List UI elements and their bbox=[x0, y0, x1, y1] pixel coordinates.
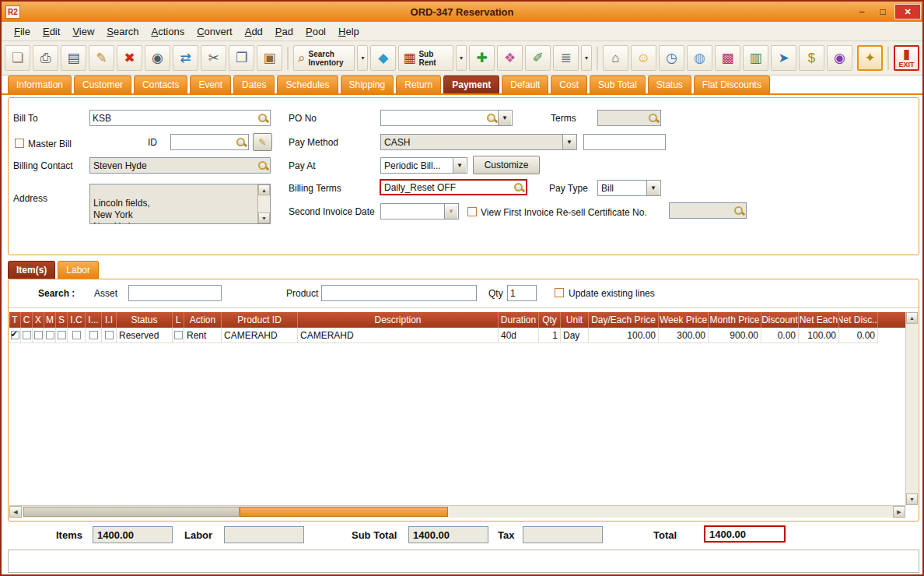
sub-rent-button[interactable]: ▦Sub Rent bbox=[398, 45, 453, 71]
sub-rent-button-dropdown[interactable]: ▾ bbox=[456, 45, 467, 71]
column-header-discount[interactable]: Discount bbox=[761, 312, 799, 328]
column-header-day-each-price[interactable]: Day/Each Price bbox=[589, 312, 659, 328]
items-horizontal-scrollbar[interactable]: ◀ ▶ bbox=[9, 505, 905, 518]
row-checkbox[interactable] bbox=[34, 331, 43, 339]
key-button[interactable]: ➤ bbox=[771, 45, 796, 71]
group-items-button[interactable]: ❖ bbox=[497, 45, 523, 71]
minimize-button[interactable]: – bbox=[852, 5, 871, 19]
billing-terms-search-icon[interactable] bbox=[513, 181, 525, 194]
row-cell-qty[interactable]: 1 bbox=[539, 328, 561, 343]
row-cell-status[interactable]: Reserved bbox=[117, 328, 173, 343]
tab-contacts[interactable]: Contacts bbox=[134, 76, 187, 93]
pay-method-dropdown-arrow[interactable]: ▼ bbox=[562, 135, 576, 149]
items-vertical-scrollbar[interactable]: ▲ ▼ bbox=[905, 312, 918, 505]
menu-pad[interactable]: Pad bbox=[269, 23, 299, 40]
column-header-x[interactable]: X bbox=[33, 312, 44, 328]
row-checkbox[interactable] bbox=[174, 331, 183, 339]
title-bar[interactable]: R2 ORD-347 Reservation – □ ✕ bbox=[2, 2, 922, 22]
search-inventory-button[interactable]: ⌕Search Inventory bbox=[293, 45, 355, 71]
column-header-net-each[interactable]: Net Each bbox=[799, 312, 839, 328]
menu-actions[interactable]: Actions bbox=[145, 23, 191, 40]
po-no-search-icon[interactable] bbox=[485, 112, 498, 125]
row-cell-product-id[interactable]: CAMERAHD bbox=[222, 328, 298, 343]
company-button[interactable]: ⌂ bbox=[603, 45, 628, 71]
customize-button[interactable]: Customize bbox=[473, 156, 540, 174]
tab-sub-total[interactable]: Sub Total bbox=[590, 76, 646, 93]
tab-payment[interactable]: Payment bbox=[443, 76, 499, 93]
print-button[interactable]: ⎙ bbox=[33, 45, 58, 71]
row-checkbox[interactable] bbox=[105, 331, 114, 339]
row-checkbox[interactable] bbox=[46, 331, 54, 339]
cut-button[interactable]: ✂ bbox=[201, 45, 226, 71]
scroll-left-icon[interactable]: ◀ bbox=[9, 506, 22, 518]
row-cell-net-disc[interactable]: 0.00 bbox=[839, 328, 878, 343]
item-tab-item-s[interactable]: Item(s) bbox=[8, 261, 55, 279]
bill-to-search-icon[interactable] bbox=[257, 112, 269, 125]
find-button[interactable]: ◉ bbox=[145, 45, 170, 71]
color-drop-button[interactable]: ◆ bbox=[370, 45, 396, 71]
tools-button[interactable]: ✦ bbox=[857, 45, 883, 71]
column-header-week-price[interactable]: Week Price bbox=[659, 312, 709, 328]
po-no-dropdown-arrow[interactable]: ▼ bbox=[498, 111, 511, 125]
tab-event[interactable]: Event bbox=[190, 76, 231, 93]
scroll-up-icon[interactable]: ▲ bbox=[258, 184, 270, 195]
pay-method-extra-input[interactable] bbox=[585, 137, 664, 148]
search-inventory-button-dropdown[interactable]: ▾ bbox=[357, 45, 368, 71]
column-header-c[interactable]: C bbox=[21, 312, 33, 328]
menu-convert[interactable]: Convert bbox=[191, 23, 239, 40]
product-field[interactable] bbox=[321, 285, 477, 301]
pay-type-dropdown-arrow[interactable]: ▼ bbox=[646, 181, 660, 195]
second-invoice-date-combo[interactable]: ▼ bbox=[380, 203, 459, 220]
notes-button[interactable]: ▥ bbox=[743, 45, 768, 71]
column-header-product-id[interactable]: Product ID bbox=[222, 312, 298, 328]
column-header-i[interactable]: I... bbox=[86, 312, 102, 328]
menu-search[interactable]: Search bbox=[100, 23, 145, 40]
row-checkbox[interactable] bbox=[89, 331, 98, 339]
billing-contact-field[interactable]: Steven Hyde bbox=[89, 157, 271, 174]
row-checkbox-checked[interactable] bbox=[11, 331, 19, 339]
maximize-button[interactable]: □ bbox=[873, 5, 892, 19]
bill-to-input[interactable] bbox=[91, 113, 257, 124]
edit-button[interactable]: ✎ bbox=[89, 45, 114, 71]
scroll-down-icon[interactable]: ▼ bbox=[906, 493, 918, 505]
qty-field[interactable] bbox=[507, 285, 537, 301]
resell-certificate-field[interactable] bbox=[669, 202, 747, 219]
tab-default[interactable]: Default bbox=[502, 76, 548, 93]
stack-button[interactable]: ≣ bbox=[553, 45, 579, 71]
cube-button[interactable]: ▩ bbox=[715, 45, 740, 71]
menu-view[interactable]: View bbox=[66, 23, 100, 40]
billing-contact-search-icon[interactable] bbox=[257, 160, 269, 172]
tab-customer[interactable]: Customer bbox=[74, 76, 131, 93]
column-header-m[interactable]: M bbox=[44, 312, 56, 328]
row-cell-month-price[interactable]: 900.00 bbox=[709, 328, 761, 343]
column-header-t[interactable]: T bbox=[9, 312, 21, 328]
hscroll-thumb-gray[interactable] bbox=[23, 507, 240, 517]
edit-note-button[interactable]: ✐ bbox=[525, 45, 551, 71]
stack-button-dropdown[interactable]: ▾ bbox=[581, 45, 592, 71]
menu-help[interactable]: Help bbox=[332, 23, 366, 40]
pay-method-combo[interactable]: CASH ▼ bbox=[380, 134, 577, 150]
column-header-action[interactable]: Action bbox=[184, 312, 222, 328]
scroll-up-icon[interactable]: ▲ bbox=[906, 312, 918, 324]
column-header-status[interactable]: Status bbox=[117, 312, 173, 328]
terms-field[interactable] bbox=[597, 110, 661, 126]
row-cell-day-each-price[interactable]: 100.00 bbox=[589, 328, 659, 343]
resell-certificate-search-icon[interactable] bbox=[733, 205, 745, 217]
menu-pool[interactable]: Pool bbox=[299, 23, 332, 40]
row-cell-duration[interactable]: 40d bbox=[499, 328, 539, 343]
row-cell-unit[interactable]: Day bbox=[561, 328, 589, 343]
column-header-qty[interactable]: Qty bbox=[539, 312, 561, 328]
row-cell-description[interactable]: CAMERAHD bbox=[298, 328, 499, 343]
product-input[interactable] bbox=[323, 288, 475, 299]
edit-id-pencil-button[interactable]: ✎ bbox=[253, 133, 272, 151]
row-checkbox[interactable] bbox=[23, 331, 31, 339]
copy-button[interactable]: ❐ bbox=[229, 45, 254, 71]
billing-button[interactable]: $ bbox=[799, 45, 824, 71]
address-field[interactable]: Lincoln fields, New York New York ▲ ▼ bbox=[89, 184, 271, 224]
pay-at-dropdown-arrow[interactable]: ▼ bbox=[453, 158, 466, 173]
tab-shipping[interactable]: Shipping bbox=[341, 76, 394, 93]
update-existing-lines-checkbox[interactable] bbox=[555, 288, 564, 297]
column-header-l[interactable]: L bbox=[173, 312, 184, 328]
asset-input[interactable] bbox=[130, 288, 220, 299]
qty-input[interactable] bbox=[509, 288, 535, 299]
